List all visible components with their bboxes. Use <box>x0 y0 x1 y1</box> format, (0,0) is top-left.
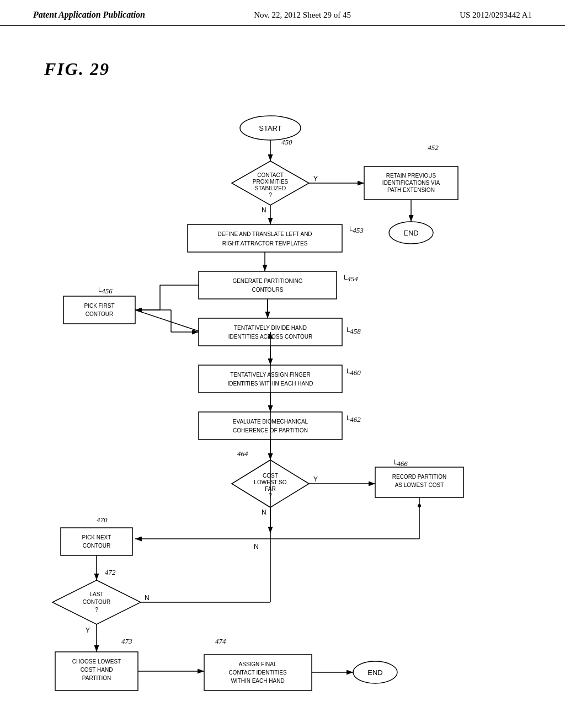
svg-text:└458: └458 <box>345 327 361 335</box>
svg-text:CONTOUR: CONTOUR <box>83 599 110 605</box>
svg-text:LAST: LAST <box>89 591 103 597</box>
svg-text:RIGHT ATTRACTOR TEMPLATES: RIGHT ATTRACTOR TEMPLATES <box>222 240 308 247</box>
svg-text:└466: └466 <box>392 459 408 468</box>
diagram-area: FIG. 29 START 450 CONTACT PROXIMITIES ST… <box>0 26 565 721</box>
svg-text:PICK NEXT: PICK NEXT <box>82 534 111 540</box>
svg-text:END: END <box>403 229 418 237</box>
svg-text:CONTACT  IDENTITIES: CONTACT IDENTITIES <box>228 670 287 676</box>
svg-text:?: ? <box>269 192 272 198</box>
svg-text:AS LOWEST COST: AS LOWEST COST <box>395 482 444 488</box>
svg-text:WITHIN EACH HAND: WITHIN EACH HAND <box>231 678 284 684</box>
svg-text:474: 474 <box>215 637 226 645</box>
patent-number-label: US 2012/0293442 A1 <box>460 10 532 20</box>
svg-text:└462: └462 <box>345 415 361 424</box>
svg-text:PROXIMITIES: PROXIMITIES <box>253 179 289 185</box>
flowchart: START 450 CONTACT PROXIMITIES STABILIZED… <box>0 42 565 728</box>
svg-rect-70 <box>61 528 132 555</box>
svg-text:GENERATE PARTITIONING: GENERATE PARTITIONING <box>232 278 302 284</box>
svg-text:472: 472 <box>105 568 116 576</box>
svg-text:START: START <box>259 124 281 132</box>
svg-text:PICK FIRST: PICK FIRST <box>84 303 114 309</box>
svg-text:TENTATIVELY DIVIDE HAND: TENTATIVELY DIVIDE HAND <box>234 325 307 331</box>
svg-text:N: N <box>254 543 259 550</box>
publication-label: Patent Application Publication <box>33 10 145 20</box>
svg-text:PATH EXTENSION: PATH EXTENSION <box>387 187 435 193</box>
svg-text:└456: └456 <box>97 287 113 295</box>
svg-text:COST HAND: COST HAND <box>81 667 113 673</box>
svg-text:PARTITION: PARTITION <box>82 675 111 681</box>
svg-text:Y: Y <box>313 175 318 183</box>
svg-rect-32 <box>63 296 135 324</box>
svg-text:464: 464 <box>237 449 248 458</box>
svg-text:CONTOUR: CONTOUR <box>83 543 110 549</box>
svg-text:RETAIN PREVIOUS: RETAIN PREVIOUS <box>386 173 436 179</box>
svg-text:IDENTIFICATIONS VIA: IDENTIFICATIONS VIA <box>382 180 440 186</box>
svg-text:470: 470 <box>97 516 108 524</box>
svg-text:473: 473 <box>121 637 132 645</box>
svg-text:STABILIZED: STABILIZED <box>255 185 286 191</box>
svg-text:└454: └454 <box>342 275 358 283</box>
svg-text:N: N <box>262 508 266 516</box>
svg-text:452: 452 <box>428 143 439 152</box>
svg-text:Y: Y <box>313 475 318 483</box>
svg-text:CHOOSE LOWEST: CHOOSE LOWEST <box>72 659 121 665</box>
svg-text:END: END <box>367 668 382 677</box>
svg-text:?: ? <box>95 607 98 613</box>
svg-text:N: N <box>262 206 266 214</box>
svg-text:RECORD PARTITION: RECORD PARTITION <box>392 474 447 480</box>
svg-text:ASSIGN FINAL: ASSIGN FINAL <box>239 661 277 667</box>
svg-text:└453: └453 <box>348 226 364 234</box>
date-sheet-label: Nov. 22, 2012 Sheet 29 of 45 <box>254 10 351 20</box>
svg-text:N: N <box>145 594 150 602</box>
page-header: Patent Application Publication Nov. 22, … <box>0 0 565 26</box>
svg-text:DEFINE AND TRANSLATE LEFT AND: DEFINE AND TRANSLATE LEFT AND <box>217 231 312 237</box>
svg-rect-28 <box>199 271 337 299</box>
svg-text:Y: Y <box>86 627 90 634</box>
svg-text:CONTACT: CONTACT <box>257 172 284 178</box>
svg-text:└460: └460 <box>345 368 361 377</box>
svg-text:CONTOUR: CONTOUR <box>86 311 113 317</box>
svg-text:450: 450 <box>281 138 292 146</box>
svg-text:CONTOURS: CONTOURS <box>252 287 283 293</box>
svg-rect-23 <box>188 224 342 252</box>
